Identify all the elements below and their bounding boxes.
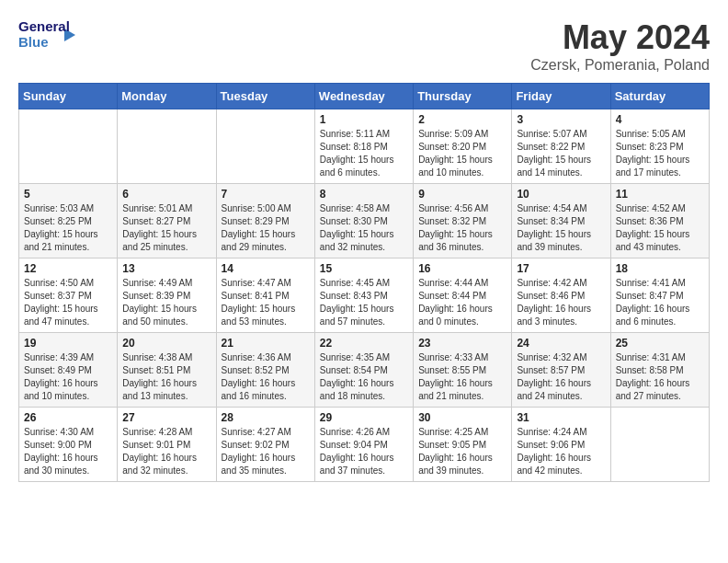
day-info: Sunrise: 4:36 AM Sunset: 8:52 PM Dayligh… [222,351,310,403]
day-number: 9 [418,188,506,201]
day-number: 13 [122,262,210,275]
day-info: Sunrise: 4:28 AM Sunset: 9:01 PM Dayligh… [122,426,210,477]
day-info: Sunrise: 4:56 AM Sunset: 8:32 PM Dayligh… [418,202,506,254]
logo-graphic: General Blue [18,18,59,52]
day-cell: 18Sunrise: 4:41 AM Sunset: 8:47 PM Dayli… [610,259,709,333]
day-cell: 1Sunrise: 5:11 AM Sunset: 8:18 PM Daylig… [314,109,413,184]
day-info: Sunrise: 4:38 AM Sunset: 8:51 PM Dayligh… [122,351,210,403]
day-number: 6 [122,188,210,201]
week-row-4: 26Sunrise: 4:30 AM Sunset: 9:00 PM Dayli… [19,408,710,482]
day-number: 3 [517,113,605,126]
day-info: Sunrise: 4:30 AM Sunset: 9:00 PM Dayligh… [24,426,112,477]
day-cell [216,109,314,184]
day-info: Sunrise: 4:58 AM Sunset: 8:30 PM Dayligh… [320,202,408,254]
day-info: Sunrise: 4:27 AM Sunset: 9:02 PM Dayligh… [222,426,310,477]
day-cell: 24Sunrise: 4:32 AM Sunset: 8:57 PM Dayli… [512,333,610,408]
day-info: Sunrise: 4:49 AM Sunset: 8:39 PM Dayligh… [122,277,210,328]
day-info: Sunrise: 4:45 AM Sunset: 8:43 PM Dayligh… [320,277,408,328]
day-number: 11 [616,188,704,201]
day-info: Sunrise: 4:52 AM Sunset: 8:36 PM Dayligh… [616,202,704,254]
logo-text-blue: Blue [18,34,59,50]
day-cell: 23Sunrise: 4:33 AM Sunset: 8:55 PM Dayli… [414,333,512,408]
day-number: 31 [517,411,605,424]
day-number: 5 [24,188,112,201]
day-info: Sunrise: 5:05 AM Sunset: 8:23 PM Dayligh… [616,128,704,179]
day-info: Sunrise: 5:09 AM Sunset: 8:20 PM Dayligh… [418,128,506,179]
location-title: Czersk, Pomerania, Poland [530,57,710,74]
day-cell: 9Sunrise: 4:56 AM Sunset: 8:32 PM Daylig… [414,184,512,259]
day-cell: 6Sunrise: 5:01 AM Sunset: 8:27 PM Daylig… [118,184,216,259]
day-cell: 14Sunrise: 4:47 AM Sunset: 8:41 PM Dayli… [216,259,314,333]
day-cell: 31Sunrise: 4:24 AM Sunset: 9:06 PM Dayli… [512,408,610,482]
day-header-thursday: Thursday [414,84,512,109]
day-number: 12 [24,262,112,275]
day-cell: 29Sunrise: 4:26 AM Sunset: 9:04 PM Dayli… [314,408,413,482]
day-info: Sunrise: 4:44 AM Sunset: 8:44 PM Dayligh… [418,277,506,328]
day-info: Sunrise: 4:41 AM Sunset: 8:47 PM Dayligh… [616,277,704,328]
day-cell: 12Sunrise: 4:50 AM Sunset: 8:37 PM Dayli… [19,259,118,333]
day-number: 26 [24,411,112,424]
header: General Blue May 2024 Czersk, Pomerania,… [18,18,710,74]
day-cell: 3Sunrise: 5:07 AM Sunset: 8:22 PM Daylig… [512,109,610,184]
day-number: 30 [418,411,506,424]
day-info: Sunrise: 4:31 AM Sunset: 8:58 PM Dayligh… [616,351,704,403]
day-info: Sunrise: 4:35 AM Sunset: 8:54 PM Dayligh… [320,351,408,403]
day-number: 14 [222,262,310,275]
day-number: 1 [320,113,408,126]
day-number: 18 [616,262,704,275]
month-title: May 2024 [530,18,710,57]
day-number: 25 [616,337,704,350]
day-number: 27 [122,411,210,424]
day-cell [610,408,709,482]
week-row-0: 1Sunrise: 5:11 AM Sunset: 8:18 PM Daylig… [19,109,710,184]
day-cell: 5Sunrise: 5:03 AM Sunset: 8:25 PM Daylig… [19,184,118,259]
day-info: Sunrise: 4:26 AM Sunset: 9:04 PM Dayligh… [320,426,408,477]
title-area: May 2024 Czersk, Pomerania, Poland [530,18,710,74]
day-info: Sunrise: 4:47 AM Sunset: 8:41 PM Dayligh… [222,277,310,328]
day-number: 17 [517,262,605,275]
day-number: 28 [222,411,310,424]
day-number: 21 [222,337,310,350]
day-info: Sunrise: 4:25 AM Sunset: 9:05 PM Dayligh… [418,426,506,477]
week-row-1: 5Sunrise: 5:03 AM Sunset: 8:25 PM Daylig… [19,184,710,259]
day-number: 8 [320,188,408,201]
week-row-2: 12Sunrise: 4:50 AM Sunset: 8:37 PM Dayli… [19,259,710,333]
logo-container: General Blue [18,18,77,52]
day-number: 20 [122,337,210,350]
header-row: SundayMondayTuesdayWednesdayThursdayFrid… [19,84,710,109]
day-cell: 4Sunrise: 5:05 AM Sunset: 8:23 PM Daylig… [610,109,709,184]
day-number: 23 [418,337,506,350]
day-cell: 21Sunrise: 4:36 AM Sunset: 8:52 PM Dayli… [216,333,314,408]
day-cell: 8Sunrise: 4:58 AM Sunset: 8:30 PM Daylig… [314,184,413,259]
day-cell [19,109,118,184]
week-row-3: 19Sunrise: 4:39 AM Sunset: 8:49 PM Dayli… [19,333,710,408]
day-info: Sunrise: 5:01 AM Sunset: 8:27 PM Dayligh… [122,202,210,254]
day-info: Sunrise: 4:50 AM Sunset: 8:37 PM Dayligh… [24,277,112,328]
day-header-sunday: Sunday [19,84,118,109]
day-cell: 27Sunrise: 4:28 AM Sunset: 9:01 PM Dayli… [118,408,216,482]
day-header-wednesday: Wednesday [314,84,413,109]
day-number: 10 [517,188,605,201]
day-number: 4 [616,113,704,126]
day-cell: 28Sunrise: 4:27 AM Sunset: 9:02 PM Dayli… [216,408,314,482]
day-cell: 16Sunrise: 4:44 AM Sunset: 8:44 PM Dayli… [414,259,512,333]
day-cell: 17Sunrise: 4:42 AM Sunset: 8:46 PM Dayli… [512,259,610,333]
day-number: 19 [24,337,112,350]
day-cell: 20Sunrise: 4:38 AM Sunset: 8:51 PM Dayli… [118,333,216,408]
day-number: 29 [320,411,408,424]
day-cell: 30Sunrise: 4:25 AM Sunset: 9:05 PM Dayli… [414,408,512,482]
day-cell: 25Sunrise: 4:31 AM Sunset: 8:58 PM Dayli… [610,333,709,408]
day-cell [118,109,216,184]
day-number: 7 [222,188,310,201]
day-header-monday: Monday [118,84,216,109]
day-header-tuesday: Tuesday [216,84,314,109]
day-cell: 11Sunrise: 4:52 AM Sunset: 8:36 PM Dayli… [610,184,709,259]
day-cell: 7Sunrise: 5:00 AM Sunset: 8:29 PM Daylig… [216,184,314,259]
day-info: Sunrise: 4:39 AM Sunset: 8:49 PM Dayligh… [24,351,112,403]
day-info: Sunrise: 5:03 AM Sunset: 8:25 PM Dayligh… [24,202,112,254]
day-number: 16 [418,262,506,275]
day-cell: 2Sunrise: 5:09 AM Sunset: 8:20 PM Daylig… [414,109,512,184]
day-number: 15 [320,262,408,275]
day-cell: 13Sunrise: 4:49 AM Sunset: 8:39 PM Dayli… [118,259,216,333]
day-number: 2 [418,113,506,126]
